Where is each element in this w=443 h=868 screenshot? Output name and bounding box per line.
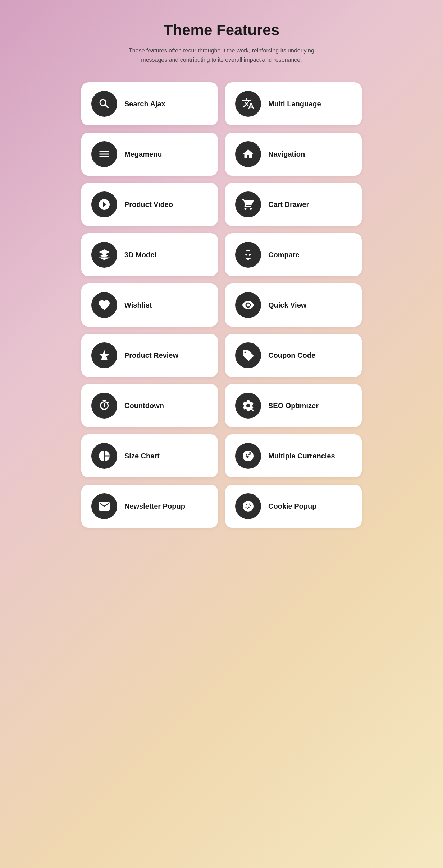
home-icon <box>235 141 261 167</box>
translate-icon <box>235 91 261 117</box>
feature-card-multiple-currencies: ¥$Multiple Currencies <box>225 434 362 477</box>
model3d-icon <box>91 242 117 268</box>
feature-label-cookie-popup: Cookie Popup <box>268 502 316 511</box>
feature-label-megamenu: Megamenu <box>124 150 162 158</box>
cookie-icon <box>235 493 261 519</box>
page-header: Theme Features These features often recu… <box>81 22 362 64</box>
feature-label-compare: Compare <box>268 251 300 259</box>
svg-point-12 <box>248 507 250 508</box>
eye-icon <box>235 292 261 318</box>
feature-card-cookie-popup: Cookie Popup <box>225 485 362 528</box>
feature-card-product-video: Product Video <box>81 183 218 226</box>
feature-card-navigation: Navigation <box>225 133 362 176</box>
feature-card-multi-language: Multi Language <box>225 82 362 125</box>
features-grid: Search AjaxMulti LanguageMegamenuNavigat… <box>81 82 362 528</box>
feature-label-cart-drawer: Cart Drawer <box>268 200 309 209</box>
feature-label-multiple-currencies: Multiple Currencies <box>268 452 335 460</box>
feature-card-cart-drawer: Cart Drawer <box>225 183 362 226</box>
svg-point-0 <box>103 253 106 257</box>
svg-rect-1 <box>102 358 106 360</box>
page-title: Theme Features <box>81 22 362 39</box>
email-icon <box>91 493 117 519</box>
feature-label-navigation: Navigation <box>268 150 305 158</box>
currencies-icon: ¥$ <box>235 443 261 469</box>
feature-card-compare: Compare <box>225 233 362 276</box>
feature-label-wishlist: Wishlist <box>124 301 152 309</box>
feature-label-size-chart: Size Chart <box>124 452 160 460</box>
feature-card-seo-optimizer: SEO Optimizer <box>225 384 362 427</box>
feature-label-3d-model: 3D Model <box>124 251 156 259</box>
piechart-icon <box>91 443 117 469</box>
feature-card-megamenu: Megamenu <box>81 133 218 176</box>
feature-card-wishlist: Wishlist <box>81 283 218 327</box>
feature-card-product-review: Product Review <box>81 334 218 377</box>
page-container: Theme Features These features often recu… <box>81 22 362 839</box>
feature-label-product-review: Product Review <box>124 351 178 360</box>
svg-point-13 <box>250 505 251 506</box>
feature-label-multi-language: Multi Language <box>268 100 321 108</box>
svg-point-9 <box>246 504 247 505</box>
feature-label-seo-optimizer: SEO Optimizer <box>268 402 319 410</box>
svg-text:$: $ <box>249 451 251 456</box>
svg-point-10 <box>249 504 250 505</box>
feature-label-quick-view: Quick View <box>268 301 306 309</box>
search-icon <box>91 91 117 117</box>
feature-label-countdown: Countdown <box>124 402 164 410</box>
compare-icon <box>235 242 261 268</box>
feature-label-newsletter-popup: Newsletter Popup <box>124 502 185 511</box>
play-icon <box>91 191 117 217</box>
heart-icon <box>91 292 117 318</box>
feature-card-coupon-code: %Coupon Code <box>225 334 362 377</box>
seo-icon <box>235 393 261 419</box>
feature-label-product-video: Product Video <box>124 200 173 209</box>
countdown-icon <box>91 393 117 419</box>
review-icon <box>91 342 117 368</box>
page-description: These features often recur throughout th… <box>128 46 315 64</box>
svg-point-14 <box>247 508 248 509</box>
feature-card-3d-model: 3D Model <box>81 233 218 276</box>
feature-card-search-ajax: Search Ajax <box>81 82 218 125</box>
feature-label-search-ajax: Search Ajax <box>124 100 165 108</box>
feature-card-size-chart: Size Chart <box>81 434 218 477</box>
feature-card-newsletter-popup: Newsletter Popup <box>81 485 218 528</box>
coupon-icon: % <box>235 342 261 368</box>
svg-point-11 <box>246 507 247 508</box>
feature-card-quick-view: Quick View <box>225 283 362 327</box>
svg-point-8 <box>243 501 254 512</box>
feature-label-coupon-code: Coupon Code <box>268 351 315 360</box>
feature-card-countdown: Countdown <box>81 384 218 427</box>
cart-icon <box>235 191 261 217</box>
menu-icon <box>91 141 117 167</box>
svg-text:%: % <box>247 354 251 358</box>
